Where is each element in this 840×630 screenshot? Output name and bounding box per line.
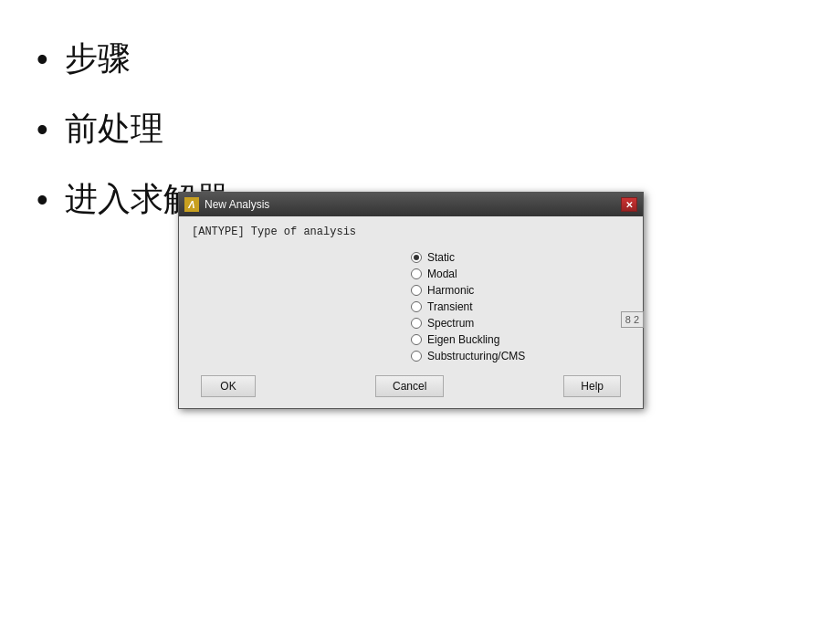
radio-btn-substructuring[interactable] [411,351,422,362]
bullet-item-2: 前处理 [37,107,229,152]
radio-btn-harmonic[interactable] [411,285,422,296]
radio-label-modal: Modal [427,268,457,280]
side-hint: 8 2 [621,311,644,328]
antype-label: [ANTYPE] Type of analysis [192,226,630,238]
radio-modal[interactable]: Modal [411,268,630,280]
radio-label-transient: Transient [427,300,473,313]
ok-button[interactable]: OK [201,375,256,397]
radio-btn-static[interactable] [411,252,422,263]
radio-label-harmonic: Harmonic [427,284,474,297]
radio-harmonic[interactable]: Harmonic [411,284,630,297]
radio-btn-eigen[interactable] [411,334,422,345]
radio-substructuring[interactable]: Substructuring/CMS [411,350,630,362]
bullet-item-1: 步骤 [37,37,229,81]
radio-btn-modal[interactable] [411,268,422,279]
radio-eigen-buckling[interactable]: Eigen Buckling [411,333,630,346]
dialog-titlebar: Λ New Analysis ✕ [179,193,643,216]
bullet-text-1: 步骤 [65,37,131,81]
radio-spectrum[interactable]: Spectrum [411,317,630,330]
radio-label-spectrum: Spectrum [427,317,474,330]
radio-label-eigen: Eigen Buckling [427,333,499,346]
radio-panel: Static Modal Harmonic Transient Spectrum [411,249,630,362]
dialog-body: [ANTYPE] Type of analysis Static Modal H… [179,216,643,408]
radio-transient[interactable]: Transient [411,300,630,313]
bullet-text-2: 前处理 [65,107,163,152]
dialog-button-row: OK Cancel Help [192,375,630,397]
dialog-content: Static Modal Harmonic Transient Spectrum [192,249,630,362]
radio-static[interactable]: Static [411,251,630,264]
dialog-title: New Analysis [205,198,269,211]
radio-btn-spectrum[interactable] [411,318,422,329]
radio-label-static: Static [427,251,455,264]
dialog-left-panel [192,249,411,362]
help-button[interactable]: Help [563,375,621,397]
radio-btn-transient[interactable] [411,301,422,312]
close-button[interactable]: ✕ [621,197,637,212]
cancel-button[interactable]: Cancel [375,375,444,397]
ansys-icon: Λ [184,197,199,212]
new-analysis-dialog: Λ New Analysis ✕ [ANTYPE] Type of analys… [178,192,644,409]
dialog-title-left: Λ New Analysis [184,197,269,212]
radio-label-substructuring: Substructuring/CMS [427,350,525,362]
